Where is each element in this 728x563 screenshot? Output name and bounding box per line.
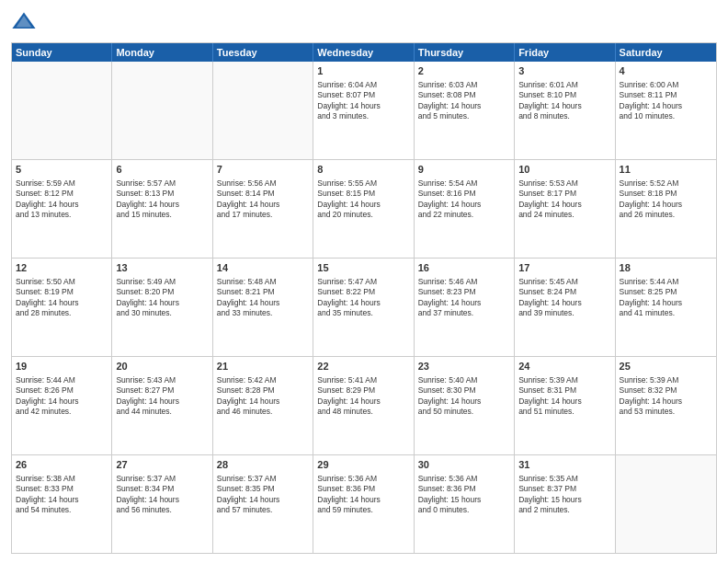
- calendar-cell: [213, 62, 313, 159]
- cell-line: and 46 minutes.: [217, 407, 309, 417]
- cell-line: Sunrise: 5:53 AM: [518, 178, 610, 189]
- calendar-cell: 30Sunrise: 5:36 AMSunset: 8:36 PMDayligh…: [415, 455, 515, 553]
- cell-line: Daylight: 14 hours: [518, 200, 610, 210]
- cell-line: and 33 minutes.: [217, 308, 309, 318]
- calendar-cell: 24Sunrise: 5:39 AMSunset: 8:31 PMDayligh…: [515, 357, 615, 454]
- cell-line: and 37 minutes.: [418, 308, 510, 318]
- day-number: 22: [317, 360, 409, 373]
- cell-line: Sunset: 8:10 PM: [518, 90, 610, 100]
- calendar-cell: 8Sunrise: 5:55 AMSunset: 8:15 PMDaylight…: [313, 160, 414, 258]
- cell-line: Sunset: 8:23 PM: [418, 287, 510, 297]
- calendar-cell: 11Sunrise: 5:52 AMSunset: 8:18 PMDayligh…: [616, 160, 716, 258]
- cell-line: and 53 minutes.: [620, 407, 712, 417]
- day-number: 10: [518, 163, 610, 177]
- cell-line: and 42 minutes.: [16, 407, 108, 417]
- cell-line: Sunrise: 5:46 AM: [418, 277, 510, 287]
- calendar-cell: [616, 455, 716, 553]
- cell-line: Sunset: 8:19 PM: [16, 287, 108, 297]
- cell-line: Daylight: 14 hours: [317, 396, 409, 407]
- weekday-header: Tuesday: [213, 43, 313, 62]
- day-number: 20: [116, 360, 208, 373]
- cell-line: and 5 minutes.: [418, 111, 510, 121]
- cell-line: Sunrise: 6:04 AM: [317, 80, 409, 90]
- day-number: 1: [317, 64, 409, 78]
- cell-line: Sunset: 8:12 PM: [16, 189, 108, 199]
- cell-line: and 41 minutes.: [620, 308, 712, 318]
- calendar-cell: 16Sunrise: 5:46 AMSunset: 8:23 PMDayligh…: [415, 259, 515, 356]
- calendar-cell: 17Sunrise: 5:45 AMSunset: 8:24 PMDayligh…: [515, 259, 615, 356]
- calendar-cell: 15Sunrise: 5:47 AMSunset: 8:22 PMDayligh…: [313, 259, 414, 356]
- weekday-header: Wednesday: [313, 43, 414, 62]
- cell-line: Sunrise: 5:57 AM: [116, 178, 208, 189]
- cell-line: and 59 minutes.: [317, 505, 409, 515]
- weekday-header: Thursday: [415, 43, 515, 62]
- calendar-cell: 23Sunrise: 5:40 AMSunset: 8:30 PMDayligh…: [415, 357, 515, 454]
- calendar-row: 1Sunrise: 6:04 AMSunset: 8:07 PMDaylight…: [12, 62, 716, 159]
- cell-line: Sunset: 8:30 PM: [418, 385, 510, 396]
- cell-line: and 2 minutes.: [518, 505, 610, 515]
- cell-line: Sunset: 8:35 PM: [217, 484, 309, 494]
- cell-line: Sunset: 8:16 PM: [418, 189, 510, 199]
- day-number: 6: [116, 163, 208, 177]
- cell-line: Daylight: 14 hours: [317, 101, 409, 111]
- cell-line: Sunrise: 5:54 AM: [418, 178, 510, 189]
- day-number: 2: [418, 64, 510, 78]
- calendar-cell: 27Sunrise: 5:37 AMSunset: 8:34 PMDayligh…: [112, 455, 212, 553]
- cell-line: Daylight: 14 hours: [217, 396, 309, 407]
- day-number: 13: [116, 261, 208, 275]
- logo-icon: [11, 9, 37, 35]
- cell-line: Daylight: 14 hours: [518, 396, 610, 407]
- cell-line: and 51 minutes.: [518, 407, 610, 417]
- cell-line: Daylight: 14 hours: [16, 396, 108, 407]
- cell-line: Sunset: 8:36 PM: [317, 484, 409, 494]
- day-number: 12: [16, 261, 108, 275]
- cell-line: Sunrise: 5:55 AM: [317, 178, 409, 189]
- day-number: 28: [217, 458, 309, 472]
- cell-line: Sunrise: 6:00 AM: [620, 80, 712, 90]
- cell-line: Daylight: 14 hours: [418, 298, 510, 308]
- cell-line: Daylight: 14 hours: [217, 495, 309, 505]
- cell-line: and 35 minutes.: [317, 308, 409, 318]
- cell-line: and 3 minutes.: [317, 111, 409, 121]
- cell-line: Sunset: 8:36 PM: [418, 484, 510, 494]
- cell-line: Sunrise: 5:40 AM: [418, 375, 510, 385]
- cell-line: and 26 minutes.: [620, 210, 712, 220]
- calendar-cell: 13Sunrise: 5:49 AMSunset: 8:20 PMDayligh…: [112, 259, 212, 356]
- cell-line: Sunset: 8:26 PM: [16, 385, 108, 396]
- cell-line: Daylight: 14 hours: [518, 298, 610, 308]
- calendar-row: 12Sunrise: 5:50 AMSunset: 8:19 PMDayligh…: [12, 258, 716, 356]
- cell-line: Sunset: 8:31 PM: [518, 385, 610, 396]
- calendar-cell: 10Sunrise: 5:53 AMSunset: 8:17 PMDayligh…: [515, 160, 615, 258]
- cell-line: Sunrise: 5:50 AM: [16, 277, 108, 287]
- cell-line: Daylight: 14 hours: [16, 298, 108, 308]
- cell-line: Daylight: 14 hours: [418, 200, 510, 210]
- cell-line: Daylight: 14 hours: [317, 200, 409, 210]
- day-number: 18: [620, 261, 712, 275]
- cell-line: Sunrise: 5:43 AM: [116, 375, 208, 385]
- cell-line: Sunset: 8:08 PM: [418, 90, 510, 100]
- cell-line: Daylight: 14 hours: [217, 200, 309, 210]
- day-number: 16: [418, 261, 510, 275]
- day-number: 8: [317, 163, 409, 177]
- cell-line: Sunset: 8:15 PM: [317, 189, 409, 199]
- calendar-cell: 18Sunrise: 5:44 AMSunset: 8:25 PMDayligh…: [616, 259, 716, 356]
- cell-line: Sunrise: 5:44 AM: [620, 277, 712, 287]
- calendar-cell: [12, 62, 112, 159]
- cell-line: Daylight: 14 hours: [116, 396, 208, 407]
- cell-line: and 13 minutes.: [16, 210, 108, 220]
- cell-line: Daylight: 14 hours: [518, 101, 610, 111]
- logo: [11, 9, 40, 35]
- weekday-header: Sunday: [12, 43, 112, 62]
- weekday-header: Friday: [515, 43, 615, 62]
- page: SundayMondayTuesdayWednesdayThursdayFrid…: [0, 0, 728, 563]
- day-number: 24: [518, 360, 610, 373]
- calendar-cell: 3Sunrise: 6:01 AMSunset: 8:10 PMDaylight…: [515, 62, 615, 159]
- cell-line: Daylight: 14 hours: [116, 200, 208, 210]
- cell-line: and 56 minutes.: [116, 505, 208, 515]
- calendar-body: 1Sunrise: 6:04 AMSunset: 8:07 PMDaylight…: [12, 62, 716, 553]
- cell-line: Sunrise: 5:35 AM: [518, 474, 610, 484]
- calendar-cell: 22Sunrise: 5:41 AMSunset: 8:29 PMDayligh…: [313, 357, 414, 454]
- cell-line: Daylight: 15 hours: [418, 495, 510, 505]
- cell-line: and 17 minutes.: [217, 210, 309, 220]
- cell-line: Sunset: 8:13 PM: [116, 189, 208, 199]
